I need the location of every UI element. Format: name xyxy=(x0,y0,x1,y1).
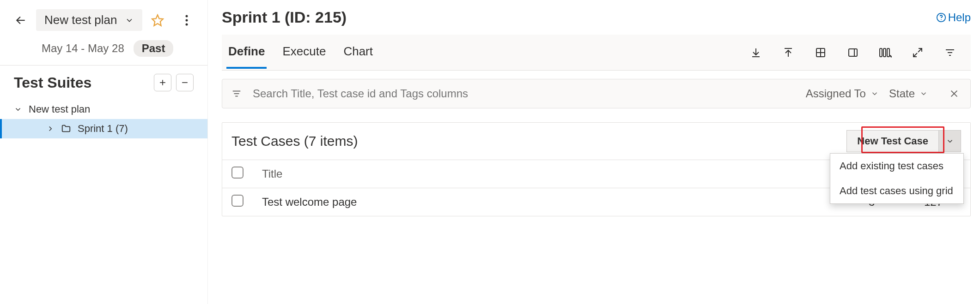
state-filter[interactable]: State xyxy=(889,87,928,100)
chevron-right-icon xyxy=(46,125,55,133)
minus-icon xyxy=(180,78,189,87)
panel-icon xyxy=(847,47,858,58)
chevron-down-icon xyxy=(919,89,928,98)
tab-define[interactable]: Define xyxy=(226,36,267,69)
more-options-button[interactable] xyxy=(180,13,194,27)
suites-header: Test Suites xyxy=(14,74,194,91)
suites-tree: New test plan Sprint 1 (7) xyxy=(14,100,194,138)
assigned-to-label: Assigned To xyxy=(806,87,866,100)
tab-chart[interactable]: Chart xyxy=(341,36,375,69)
new-test-case-menu: Add existing test cases Add test cases u… xyxy=(830,153,964,204)
chevron-down-icon xyxy=(946,137,954,145)
test-cases-header: Test Cases (7 items) New Test Case Add e… xyxy=(222,123,970,160)
tab-execute[interactable]: Execute xyxy=(280,36,328,69)
svg-rect-20 xyxy=(883,48,886,57)
favorite-button[interactable] xyxy=(151,13,164,27)
search-input[interactable] xyxy=(252,87,796,101)
download-button[interactable] xyxy=(749,46,763,60)
new-test-case-split-button: New Test Case xyxy=(846,130,961,152)
star-icon xyxy=(151,14,164,27)
test-plan-dropdown[interactable]: New test plan xyxy=(36,9,142,31)
svg-line-23 xyxy=(913,53,917,57)
test-suites-section: Test Suites New test plan Sprint 1 (7) xyxy=(0,65,207,138)
fullscreen-button[interactable] xyxy=(911,46,925,60)
download-icon xyxy=(750,47,761,58)
collapse-suite-button[interactable] xyxy=(176,74,194,91)
svg-point-3 xyxy=(186,19,188,21)
toolbar xyxy=(749,46,971,60)
sidebar-header: New test plan May 14 - May 28 Past xyxy=(0,0,207,57)
svg-rect-19 xyxy=(880,48,882,57)
tabs: Define Execute Chart xyxy=(222,36,375,69)
svg-marker-1 xyxy=(152,15,163,25)
row-title: Test welcome page xyxy=(253,188,859,216)
date-row: May 14 - May 28 Past xyxy=(42,40,194,57)
page-title: Sprint 1 (ID: 215) xyxy=(222,8,936,26)
tree-root[interactable]: New test plan xyxy=(14,100,194,119)
test-cases-title: Test Cases (7 items) xyxy=(231,133,846,149)
sidebar: New test plan May 14 - May 28 Past Test … xyxy=(0,0,208,304)
main: Sprint 1 (ID: 215) Help Define Execute C… xyxy=(208,0,980,304)
test-cases-panel: Test Cases (7 items) New Test Case Add e… xyxy=(222,122,971,216)
suites-title: Test Suites xyxy=(14,74,149,91)
tree-child-label: Sprint 1 (7) xyxy=(78,123,128,135)
search-bar: Assigned To State xyxy=(222,79,971,108)
date-range: May 14 - May 28 xyxy=(42,42,124,55)
sidebar-top-row: New test plan xyxy=(14,9,194,31)
select-all-checkbox[interactable] xyxy=(231,167,243,179)
kebab-icon xyxy=(185,15,188,26)
grid-icon xyxy=(815,47,826,58)
svg-rect-21 xyxy=(887,48,889,57)
svg-rect-17 xyxy=(849,49,857,56)
col-title[interactable]: Title xyxy=(253,160,859,188)
chevron-down-icon xyxy=(125,16,134,25)
menu-add-existing[interactable]: Add existing test cases xyxy=(830,154,963,179)
clear-filters-button[interactable] xyxy=(947,87,961,101)
new-test-case-button[interactable]: New Test Case xyxy=(846,130,939,152)
chevron-down-icon xyxy=(870,89,879,98)
status-badge: Past xyxy=(134,40,174,57)
svg-point-4 xyxy=(186,23,188,25)
help-icon xyxy=(936,12,946,23)
upload-icon xyxy=(783,47,794,58)
chevron-down-icon xyxy=(14,105,22,113)
filter-button[interactable] xyxy=(943,46,957,60)
help-label: Help xyxy=(948,11,971,24)
svg-line-22 xyxy=(918,48,922,52)
plus-icon xyxy=(158,78,167,87)
row-checkbox[interactable] xyxy=(231,195,243,207)
add-suite-button[interactable] xyxy=(154,74,171,91)
tree-root-label: New test plan xyxy=(29,103,90,115)
state-label: State xyxy=(889,87,915,100)
filter-lines-icon xyxy=(231,89,242,99)
side-panel-button[interactable] xyxy=(846,46,860,60)
tab-bar: Define Execute Chart xyxy=(222,35,971,71)
back-button[interactable] xyxy=(14,13,28,27)
columns-icon xyxy=(879,47,892,58)
tree-child-sprint1[interactable]: Sprint 1 (7) xyxy=(0,119,207,138)
main-header: Sprint 1 (ID: 215) Help xyxy=(222,8,971,26)
folder-icon xyxy=(61,124,71,134)
expand-icon xyxy=(912,47,923,58)
new-test-case-dropdown[interactable] xyxy=(939,130,961,152)
close-icon xyxy=(949,89,959,99)
assigned-to-filter[interactable]: Assigned To xyxy=(806,87,879,100)
grid-view-button[interactable] xyxy=(814,46,828,60)
menu-add-grid[interactable]: Add test cases using grid xyxy=(830,179,963,203)
filter-icon xyxy=(944,47,956,58)
svg-point-9 xyxy=(941,19,942,20)
upload-button[interactable] xyxy=(781,46,795,60)
help-link[interactable]: Help xyxy=(936,11,971,24)
arrow-left-icon xyxy=(15,14,27,26)
svg-point-2 xyxy=(186,15,188,17)
test-plan-name: New test plan xyxy=(44,13,117,27)
columns-button[interactable] xyxy=(878,46,892,60)
